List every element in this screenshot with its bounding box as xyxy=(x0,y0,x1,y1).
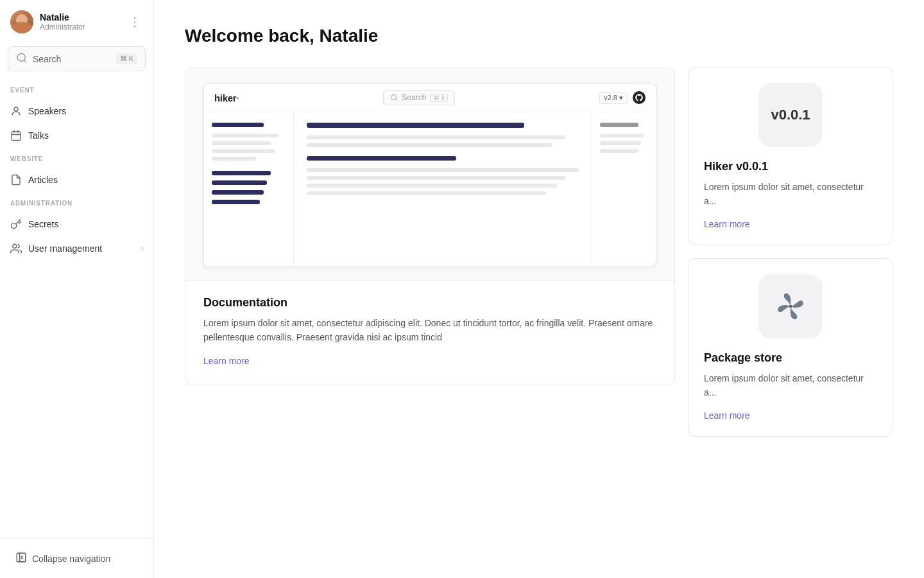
package-icon-container xyxy=(758,274,823,338)
package-store-title: Package store xyxy=(704,351,877,365)
documentation-body: Documentation Lorem ipsum dolor sit amet… xyxy=(185,281,674,385)
github-icon xyxy=(633,91,646,104)
package-store-icon xyxy=(774,290,807,322)
section-label-admin: ADMINISTRATION xyxy=(10,200,143,207)
cards-grid: hiker· Search ⌘ k v2.8 ▾ xyxy=(185,67,893,437)
logo-dot: · xyxy=(236,92,239,103)
svg-point-2 xyxy=(14,107,18,111)
section-website: WEBSITE xyxy=(0,148,153,168)
user-role: Administrator xyxy=(40,22,85,31)
section-administration: ADMINISTRATION xyxy=(0,192,153,212)
sidebar-item-user-management[interactable]: User management › xyxy=(3,238,151,259)
key-icon xyxy=(10,218,22,230)
package-store-description: Lorem ipsum dolor sit amet, consectetur … xyxy=(704,371,877,400)
sidebar-item-speakers[interactable]: Speakers xyxy=(3,100,151,122)
svg-line-11 xyxy=(396,99,397,100)
sidebar-item-articles[interactable]: Articles xyxy=(3,169,151,191)
documentation-preview: hiker· Search ⌘ k v2.8 ▾ xyxy=(185,67,674,281)
articles-label: Articles xyxy=(28,175,58,185)
user-info-section: Natalie Administrator xyxy=(10,10,85,33)
calendar-icon xyxy=(10,130,22,141)
main-content: Welcome back, Natalie hiker· Search ⌘ k xyxy=(154,0,924,578)
users-icon xyxy=(10,243,22,254)
speakers-label: Speakers xyxy=(28,106,66,116)
preview-version-badge: v2.8 ▾ xyxy=(599,92,628,104)
chevron-right-icon: › xyxy=(141,244,143,253)
section-event: EVENT xyxy=(0,79,153,99)
avatar xyxy=(10,10,33,33)
right-cards: v0.0.1 Hiker v0.0.1 Lorem ipsum dolor si… xyxy=(688,67,893,437)
user-details: Natalie Administrator xyxy=(40,12,85,31)
package-store-card: Package store Lorem ipsum dolor sit amet… xyxy=(688,258,893,437)
page-title: Welcome back, Natalie xyxy=(185,26,893,46)
search-bar[interactable]: Search ⌘ K xyxy=(8,46,146,71)
search-label: Search xyxy=(33,54,61,64)
hiker-version-title: Hiker v0.0.1 xyxy=(704,160,877,173)
person-icon xyxy=(10,105,22,117)
documentation-card: hiker· Search ⌘ k v2.8 ▾ xyxy=(185,67,675,385)
preview-main-lines xyxy=(294,112,592,267)
version-icon-container: v0.0.1 xyxy=(758,83,823,147)
sidebar-item-talks[interactable]: Talks xyxy=(3,125,151,146)
search-icon xyxy=(16,52,28,66)
talks-label: Talks xyxy=(28,130,49,141)
user-management-label: User management xyxy=(28,243,102,254)
sidebar-item-secrets[interactable]: Secrets xyxy=(3,213,151,235)
collapse-nav-label: Collapse navigation xyxy=(32,554,110,564)
sidebar: Natalie Administrator ⋮ Search ⌘ K EVENT… xyxy=(0,0,154,578)
hiker-version-learn-more[interactable]: Learn more xyxy=(704,219,877,229)
preview-topbar: hiker· Search ⌘ k v2.8 ▾ xyxy=(204,83,656,112)
documentation-learn-more[interactable]: Learn more xyxy=(203,356,250,366)
package-store-learn-more[interactable]: Learn more xyxy=(704,410,877,421)
section-label-website: WEBSITE xyxy=(10,155,143,162)
preview-search-shortcut: ⌘ k xyxy=(430,94,448,102)
svg-line-1 xyxy=(24,60,26,62)
preview-right-lines xyxy=(592,112,656,267)
svg-rect-3 xyxy=(12,132,21,141)
file-icon xyxy=(10,174,22,186)
preview-window: hiker· Search ⌘ k v2.8 ▾ xyxy=(203,83,656,267)
search-shortcut: ⌘ K xyxy=(116,53,137,64)
collapse-nav-icon xyxy=(15,552,27,565)
svg-point-12 xyxy=(789,304,792,308)
secrets-label: Secrets xyxy=(28,219,58,229)
hiker-version-card: v0.0.1 Hiker v0.0.1 Lorem ipsum dolor si… xyxy=(688,67,893,245)
hiker-version-description: Lorem ipsum dolor sit amet, consectetur … xyxy=(704,180,877,209)
user-name: Natalie xyxy=(40,12,85,22)
sidebar-footer: Collapse navigation xyxy=(0,538,153,578)
sidebar-header: Natalie Administrator ⋮ xyxy=(0,0,153,44)
collapse-navigation-button[interactable]: Collapse navigation xyxy=(8,547,146,570)
documentation-title: Documentation xyxy=(203,296,656,310)
more-options-button[interactable]: ⋮ xyxy=(126,12,143,31)
preview-body xyxy=(204,112,656,267)
preview-search-text: Search xyxy=(402,93,426,102)
preview-actions: v2.8 ▾ xyxy=(599,91,646,104)
preview-sidebar-lines xyxy=(204,112,294,267)
section-label-event: EVENT xyxy=(10,87,143,94)
preview-search: Search ⌘ k xyxy=(383,90,455,105)
svg-point-7 xyxy=(13,244,17,248)
documentation-description: Lorem ipsum dolor sit amet, consectetur … xyxy=(203,316,656,345)
version-label: v0.0.1 xyxy=(771,107,810,123)
preview-logo: hiker· xyxy=(214,92,239,103)
